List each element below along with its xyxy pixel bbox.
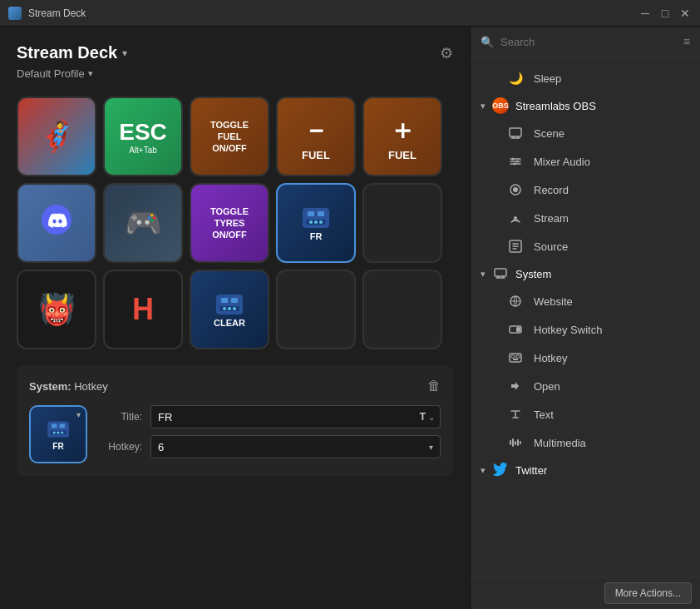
hotkey-select[interactable]: 6 ▾: [150, 435, 441, 458]
app-icon: [8, 7, 22, 20]
toggle-fuel-label: TOGGLEFUELON/OFF: [210, 119, 249, 155]
sidebar-item-mixer-audio[interactable]: Mixer Audio: [471, 147, 700, 176]
grid-button-minus-fuel[interactable]: － FUEL: [276, 97, 356, 176]
deck-dropdown-arrow[interactable]: ▾: [122, 47, 127, 59]
title-dropdown-caret[interactable]: ⌄: [428, 413, 435, 422]
sidebar-item-hotkey-switch[interactable]: Hotkey Switch: [471, 315, 700, 344]
bottom-content: ▾ FR Title:: [29, 405, 441, 463]
minus-fuel-content: － FUEL: [302, 112, 330, 161]
grid-button-h[interactable]: H: [103, 270, 183, 349]
multimedia-label: Multimedia: [534, 437, 586, 449]
hotkey-icon: [507, 349, 524, 366]
bottom-panel-header: System: Hotkey 🗑: [29, 379, 441, 394]
esc-sublabel: Alt+Tab: [119, 146, 167, 155]
title-controls: T ⌄: [415, 405, 441, 428]
close-button[interactable]: ✕: [678, 7, 692, 20]
profile-label: Default Profile: [17, 67, 85, 80]
record-label: Record: [534, 184, 569, 196]
grid-button-skull[interactable]: 👹: [17, 270, 96, 349]
website-label: Website: [534, 295, 573, 308]
hotkey-caret: ▾: [429, 443, 433, 452]
svg-rect-9: [221, 298, 228, 303]
streamlabs-label: Streamlabs OBS: [515, 100, 596, 112]
sidebar-item-text[interactable]: Text: [471, 400, 700, 428]
form-fields: Title: T ⌄ Hotkey: 6 ▾: [101, 405, 441, 458]
left-panel: Stream Deck ▾ ⚙ Default Profile ▾ 🦸 ESC …: [0, 27, 470, 609]
sidebar-item-open[interactable]: Open: [471, 372, 700, 400]
streamlabs-icon: OBS: [492, 97, 509, 114]
title-bar: Stream Deck ─ □ ✕: [0, 0, 700, 27]
section-header-twitter[interactable]: ▾ Twitter: [471, 457, 700, 483]
sidebar-item-source[interactable]: Source: [471, 232, 700, 260]
plus-fuel-content: ＋ FUEL: [388, 112, 417, 161]
svg-point-13: [228, 307, 231, 310]
selected-button-preview[interactable]: ▾ FR: [29, 405, 87, 463]
settings-icon[interactable]: ⚙: [440, 44, 453, 62]
svg-point-14: [233, 307, 236, 310]
svg-rect-3: [318, 211, 324, 216]
grid-button-toggle-tyres[interactable]: TOGGLETYRESON/OFF: [190, 183, 269, 263]
profile-row: Default Profile ▾: [17, 67, 453, 80]
svg-point-21: [61, 431, 63, 433]
window-controls: ─ □ ✕: [638, 7, 692, 20]
title-input[interactable]: [150, 405, 415, 428]
list-icon[interactable]: ≡: [683, 35, 690, 48]
grid-button-fr[interactable]: FR: [276, 183, 356, 263]
section-header-streamlabs[interactable]: ▾ OBS Streamlabs OBS: [471, 92, 700, 119]
svg-rect-30: [495, 269, 506, 276]
sidebar-list: 🌙 Sleep ▾ OBS Streamlabs OBS Scene Mixer: [471, 57, 700, 577]
skull-icon: 👹: [38, 292, 76, 327]
fr-label: FR: [310, 231, 323, 241]
profile-dropdown-arrow[interactable]: ▾: [88, 68, 93, 79]
scene-label: Scene: [534, 127, 564, 140]
sidebar-item-multimedia[interactable]: Multimedia: [471, 428, 700, 457]
grid-button-clear[interactable]: CLEAR: [190, 270, 269, 349]
mixer-icon: [507, 153, 524, 170]
t-format-button[interactable]: T: [420, 411, 426, 423]
sidebar-item-website[interactable]: Website: [471, 287, 700, 315]
grid-button-empty-2[interactable]: [276, 270, 356, 349]
grid-button-discord[interactable]: [17, 183, 96, 263]
grid-button-toggle-fuel[interactable]: TOGGLEFUELON/OFF: [190, 97, 269, 176]
search-icon: 🔍: [481, 36, 494, 48]
svg-rect-38: [510, 440, 511, 445]
search-input[interactable]: [500, 36, 677, 48]
svg-point-6: [314, 220, 318, 224]
svg-rect-2: [308, 211, 314, 216]
hotkey-label-item: Hotkey: [534, 352, 567, 364]
esc-label: ESC: [119, 119, 167, 146]
record-icon: [507, 181, 524, 198]
minimize-button[interactable]: ─: [638, 7, 652, 20]
grid-button-superhero[interactable]: 🦸: [17, 97, 96, 176]
more-actions-button[interactable]: More Actions...: [604, 582, 692, 604]
esc-content: ESC Alt+Tab: [119, 119, 167, 155]
svg-point-12: [223, 307, 226, 310]
fr-content: FR: [299, 205, 333, 241]
main-layout: Stream Deck ▾ ⚙ Default Profile ▾ 🦸 ESC …: [0, 27, 700, 609]
delete-icon[interactable]: 🗑: [427, 379, 441, 394]
sidebar-item-sleep[interactable]: 🌙 Sleep: [471, 64, 700, 92]
maximize-button[interactable]: □: [658, 7, 672, 20]
svg-point-7: [319, 220, 323, 224]
sidebar-item-hotkey[interactable]: Hotkey: [471, 344, 700, 372]
hotkey-row: Hotkey: 6 ▾: [101, 435, 441, 458]
bottom-title-type: Hotkey: [74, 380, 107, 393]
grid-button-gamepad[interactable]: 🎮: [103, 183, 183, 263]
sidebar-item-scene[interactable]: Scene: [471, 119, 700, 147]
bottom-panel: System: Hotkey 🗑 ▾: [17, 366, 453, 476]
deck-header: Stream Deck ▾ ⚙: [17, 43, 453, 62]
grid-button-empty-3[interactable]: [362, 270, 442, 349]
streamlabs-chevron: ▾: [481, 101, 486, 111]
grid-button-esc[interactable]: ESC Alt+Tab: [103, 97, 183, 176]
grid-button-empty-1[interactable]: [362, 183, 442, 263]
gamepad-icon: 🎮: [125, 205, 162, 240]
title-input-wrap: T ⌄: [150, 405, 441, 428]
section-header-system[interactable]: ▾ System: [471, 260, 700, 287]
more-actions-bar: More Actions...: [471, 577, 700, 609]
svg-rect-16: [52, 423, 57, 428]
sidebar-item-record[interactable]: Record: [471, 176, 700, 204]
svg-point-19: [53, 431, 56, 433]
sidebar-item-stream[interactable]: Stream: [471, 204, 700, 232]
grid-button-plus-fuel[interactable]: ＋ FUEL: [362, 97, 442, 176]
svg-rect-8: [216, 295, 243, 314]
